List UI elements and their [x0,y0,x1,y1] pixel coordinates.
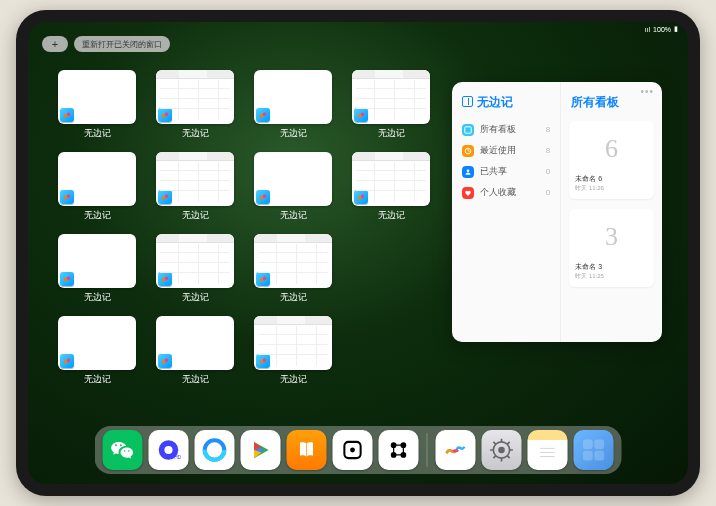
svg-point-12 [350,448,355,453]
board-name: 未命名 3 [575,262,648,272]
screen: ııl 100% ▮ + 重新打开已关闭的窗口 无边记无边记无边记无边记无边记无… [28,22,688,484]
dock-app-books[interactable] [287,430,327,470]
dock-app-settings[interactable] [482,430,522,470]
freeform-app-icon [256,190,270,204]
window-label: 无边记 [182,291,209,304]
window-tile[interactable]: 无边记 [156,152,234,222]
sidebar-title: 无边记 [462,94,552,111]
window-tile[interactable]: 无边记 [352,70,430,140]
window-tile[interactable]: 无边记 [58,234,136,304]
freeform-app-icon [60,354,74,368]
freeform-app-icon [158,190,172,204]
window-thumbnail [156,70,234,124]
dock-app-qbrowser[interactable] [195,430,235,470]
window-thumbnail [254,70,332,124]
dock-app-play[interactable] [241,430,281,470]
dock-app-notes[interactable] [528,430,568,470]
freeform-app-icon [256,272,270,286]
board-card[interactable]: 6未命名 6昨天 11:26 [569,121,654,199]
svg-rect-0 [465,126,471,132]
freeform-app-icon [60,108,74,122]
svg-line-24 [507,456,509,458]
dock-app-quark[interactable]: HD [149,430,189,470]
reopen-label: 重新打开已关闭的窗口 [82,39,162,50]
sidebar-item-3[interactable]: 个人收藏0 [460,182,552,203]
board-thumbnail: 6 [575,127,648,171]
sidebar-item-label: 已共享 [480,165,507,178]
sidebar-item-0[interactable]: 所有看板8 [460,119,552,140]
window-thumbnail [352,152,430,206]
freeform-app-icon [158,108,172,122]
window-thumbnail [156,234,234,288]
window-label: 无边记 [280,127,307,140]
window-tile[interactable]: 无边记 [254,152,332,222]
window-thumbnail [254,234,332,288]
window-tile[interactable]: 无边记 [156,70,234,140]
window-thumbnail [58,152,136,206]
window-tile[interactable]: 无边记 [58,316,136,386]
dock-app-wechat[interactable] [103,430,143,470]
window-thumbnail [156,152,234,206]
board-thumbnail: 3 [575,215,648,259]
board-timestamp: 昨天 11:25 [575,272,648,281]
window-thumbnail [58,70,136,124]
svg-rect-30 [583,439,593,449]
dock: HD [95,426,622,474]
board-timestamp: 昨天 11:26 [575,184,648,193]
sidebar-item-count: 0 [546,167,550,176]
sidebar: 无边记 所有看板8最近使用8已共享0个人收藏0 [452,82,561,342]
board-card[interactable]: 3未命名 3昨天 11:25 [569,209,654,287]
window-label: 无边记 [280,291,307,304]
freeform-app-icon [158,354,172,368]
freeform-app-icon [256,354,270,368]
app-switcher-grid: 无边记无边记无边记无边记无边记无边记无边记无边记无边记无边记无边记无边记无边记无… [58,70,430,386]
reopen-closed-window-button[interactable]: 重新打开已关闭的窗口 [74,36,170,52]
svg-point-18 [498,447,505,454]
window-tile[interactable]: 无边记 [254,316,332,386]
dock-app-dice[interactable] [333,430,373,470]
svg-line-23 [493,442,495,444]
category-icon [462,124,474,136]
dock-app-freeform[interactable] [436,430,476,470]
freeform-app-icon [60,272,74,286]
window-tile[interactable]: 无边记 [156,316,234,386]
window-tile[interactable]: 无边记 [156,234,234,304]
new-window-button[interactable]: + [42,36,68,52]
svg-line-25 [507,442,509,444]
battery-icon: ▮ [674,25,678,33]
window-thumbnail [156,316,234,370]
sidebar-item-count: 8 [546,125,550,134]
freeform-app-icon [60,190,74,204]
category-icon [462,145,474,157]
freeform-app-icon [158,272,172,286]
board-name: 未命名 6 [575,174,648,184]
window-label: 无边记 [84,373,111,386]
window-tile[interactable]: 无边记 [254,234,332,304]
window-tile[interactable]: 无边记 [254,70,332,140]
more-icon[interactable]: ••• [640,86,654,97]
sidebar-item-2[interactable]: 已共享0 [460,161,552,182]
svg-point-4 [467,169,470,172]
window-label: 无边记 [280,209,307,222]
window-label: 无边记 [182,127,209,140]
sidebar-item-label: 个人收藏 [480,186,516,199]
window-tile[interactable]: 无边记 [58,152,136,222]
dock-app-folder[interactable] [574,430,614,470]
plus-icon: + [52,38,58,50]
svg-rect-32 [583,451,593,461]
window-tile[interactable]: 无边记 [352,152,430,222]
svg-line-26 [493,456,495,458]
svg-point-6 [164,446,172,454]
battery-text: 100% [653,26,671,33]
window-thumbnail [254,316,332,370]
window-thumbnail [254,152,332,206]
svg-rect-33 [594,451,604,461]
window-tile[interactable]: 无边记 [58,70,136,140]
status-bar: ııl 100% ▮ [645,25,678,33]
sidebar-item-1[interactable]: 最近使用8 [460,140,552,161]
dock-app-connect[interactable] [379,430,419,470]
window-label: 无边记 [84,209,111,222]
category-icon [462,187,474,199]
sidebar-item-count: 8 [546,146,550,155]
window-label: 无边记 [84,127,111,140]
